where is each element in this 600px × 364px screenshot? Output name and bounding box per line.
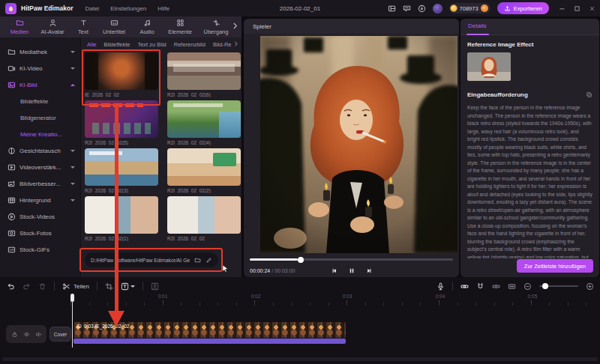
download-icon[interactable]	[418, 4, 426, 13]
prompt-text: Keep the face of the person in the refer…	[467, 104, 592, 258]
sidebar-item-mediathek[interactable]: Mediathek	[0, 43, 80, 60]
mute-icon[interactable]	[35, 327, 42, 341]
tab-ai-avatar[interactable]: AI-Avatar	[34, 19, 70, 35]
record-mic-icon[interactable]	[436, 282, 445, 291]
chevron-down-icon	[70, 150, 75, 152]
sidebar-item-ki-video[interactable]: KI-Video	[0, 60, 80, 76]
sidebar-item-bildverbesserer[interactable]: Bildverbesser...	[0, 175, 80, 192]
copy-icon[interactable]	[586, 88, 592, 101]
close-icon[interactable]	[589, 1, 596, 15]
quick-text-button[interactable]	[121, 282, 135, 291]
media-thumbnail[interactable]	[85, 196, 158, 234]
tab-details[interactable]: Details	[468, 22, 486, 29]
mouse-cursor	[222, 263, 230, 276]
media-thumbnail[interactable]	[167, 196, 241, 234]
sidebar-item-gesichtstausch[interactable]: Gesichtstausch	[0, 142, 80, 159]
timeline-scrollbar[interactable]	[2, 357, 598, 361]
titlebar: HitPaw Edimakor Datei Einstellungen Hilf…	[0, 0, 600, 16]
sidebar-item-stock-fotos[interactable]: Stock-Fotos	[0, 225, 80, 241]
player-timecode: 00:00:24 / 00:03:00	[250, 268, 295, 273]
menubar: Datei Einstellungen Hilfe	[85, 5, 170, 12]
minimize-icon[interactable]	[559, 1, 566, 15]
tab-audio[interactable]: Audio	[132, 19, 162, 35]
fit-timeline-icon[interactable]	[508, 282, 516, 291]
media-tabs-chevron-icon[interactable]	[232, 40, 239, 49]
ruler-label: 0:01	[158, 294, 168, 299]
sidebar-item-stock-gifs[interactable]: GIF Stock-GIFs	[0, 241, 80, 258]
media-item[interactable]: R2I_2026_02_02(6)	[167, 52, 241, 97]
zoom-slider-handle[interactable]	[542, 283, 548, 289]
redo-icon[interactable]	[22, 282, 31, 291]
sidebar-item-ki-bild[interactable]: KI-Bild	[0, 76, 80, 93]
add-credits-icon[interactable]: +	[481, 4, 488, 12]
layout-icon[interactable]	[388, 4, 396, 13]
media-thumbnail[interactable]	[85, 148, 158, 186]
zoom-in-icon[interactable]	[586, 282, 594, 291]
feedback-icon[interactable]	[403, 4, 411, 13]
media-tab-bild-re[interactable]: Bild-Re	[213, 41, 232, 48]
menu-hilfe[interactable]: Hilfe	[158, 5, 170, 12]
tabs-more-chevron-icon[interactable]	[231, 22, 239, 30]
undo-icon[interactable]	[7, 282, 15, 291]
split-label: Teilen	[74, 283, 89, 290]
progress-handle[interactable]	[298, 257, 304, 263]
video-preview[interactable]	[260, 36, 458, 253]
ruler-label: 0:02	[251, 294, 261, 299]
magnet-icon[interactable]	[476, 282, 484, 291]
tab-untertitel[interactable]: Untertitel	[96, 19, 132, 35]
next-frame-button[interactable]	[365, 264, 372, 277]
sidebar-item-stock-videos[interactable]: Stock-Videos	[0, 208, 80, 225]
freeze-frame-icon[interactable]	[151, 282, 159, 291]
media-tab-referenzbild[interactable]: Referenzbild	[174, 41, 206, 48]
media-thumbnail[interactable]	[167, 148, 241, 186]
crop-icon[interactable]	[105, 282, 113, 291]
lock-icon[interactable]	[11, 327, 18, 341]
split-button[interactable]: Teilen	[62, 282, 89, 291]
ruler-label: 0:03	[343, 294, 352, 299]
media-item[interactable]: R2I_2026_02_02(4)	[167, 100, 241, 145]
chevron-down-icon	[70, 183, 75, 185]
player-progress-bar[interactable]	[250, 258, 453, 261]
media-item[interactable]: R2I_2026_02_02(2)	[167, 148, 241, 193]
timeline-zoom-slider[interactable]	[539, 285, 578, 287]
zoom-out-icon[interactable]	[524, 282, 532, 291]
menu-einstellungen[interactable]: Einstellungen	[110, 5, 146, 12]
media-tab-alle[interactable]: Alle	[87, 41, 97, 48]
export-button[interactable]: Exportieren	[497, 2, 549, 14]
visibility-icon[interactable]	[23, 327, 30, 341]
user-avatar[interactable]	[433, 4, 442, 13]
prev-frame-button[interactable]	[331, 264, 338, 277]
sidebar-item-hintergrund[interactable]: Hintergrund	[0, 192, 80, 208]
media-item[interactable]: R2I_2026_02_02(5)	[85, 100, 158, 145]
timeline: Teilen 0:01 0:02 0:03 0:04 0:05	[0, 277, 600, 364]
sidebar-item-meine-kreationen[interactable]: Meine Kreatio...	[0, 126, 80, 142]
tab-elemente[interactable]: Elemente	[162, 19, 198, 35]
tab-medien[interactable]: Medien	[4, 19, 34, 35]
progress-fill	[250, 258, 298, 261]
media-tab-bildeffekte[interactable]: Bildeffekte	[104, 41, 130, 48]
media-item[interactable]: R2I_2026_02_02(1)	[85, 196, 158, 241]
media-item[interactable]: R2I_2026_02_02(3)	[85, 148, 158, 193]
media-thumbnail[interactable]	[167, 100, 241, 138]
maximize-icon[interactable]	[574, 1, 580, 15]
add-to-timeline-button[interactable]: Zur Zeitleiste hinzufügen	[517, 259, 593, 273]
player-panel: Spieler	[244, 19, 459, 277]
sidebar-item-bildeffekte[interactable]: Bildeffekte	[0, 93, 80, 109]
media-thumbnail[interactable]	[167, 52, 241, 90]
link-icon[interactable]	[460, 282, 469, 291]
media-tab-text-zu-bild[interactable]: Text zu Bild	[137, 41, 166, 48]
menu-datei[interactable]: Datei	[85, 5, 99, 12]
details-panel: Details Reference Image Effect Eingabeau…	[460, 19, 599, 277]
sidebar-item-bildgenerator[interactable]: Bildgenerator	[0, 109, 80, 126]
clip-track-bar[interactable]	[74, 339, 346, 344]
unlink-icon[interactable]	[492, 282, 500, 291]
media-item[interactable]: R2I_2026_02_02	[167, 196, 241, 241]
tab-text[interactable]: Text	[70, 19, 96, 35]
sidebar-item-videoverstaerker[interactable]: Videoverstärk...	[0, 159, 80, 175]
delete-icon[interactable]	[38, 282, 46, 291]
pause-button[interactable]	[348, 264, 355, 277]
cover-button[interactable]: Cover	[50, 327, 71, 342]
tab-uebergang[interactable]: Übergang	[198, 19, 234, 35]
credits-pill[interactable]: 708973 +	[449, 3, 490, 13]
media-thumbnail[interactable]	[85, 100, 158, 138]
